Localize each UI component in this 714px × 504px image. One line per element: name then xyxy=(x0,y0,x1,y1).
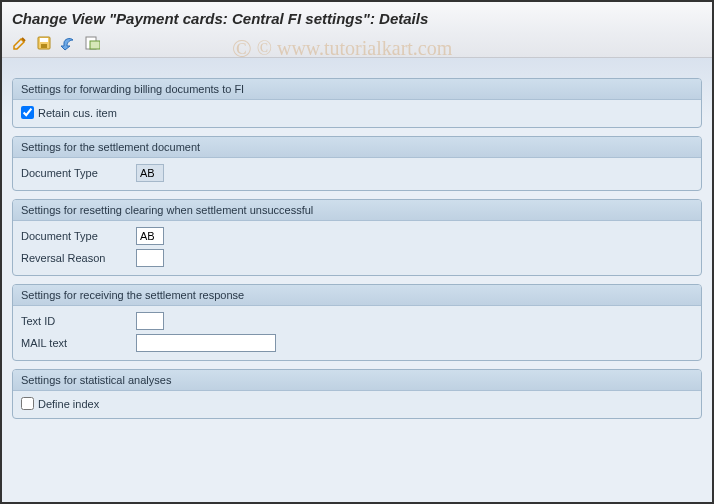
back-icon[interactable] xyxy=(58,33,78,53)
group-settlement-doc: Settings for the settlement document Doc… xyxy=(12,136,702,191)
text-id-label: Text ID xyxy=(21,315,136,327)
reversal-reason-label: Reversal Reason xyxy=(21,252,136,264)
group-reset-clearing: Settings for resetting clearing when set… xyxy=(12,199,702,276)
group-settlement-response: Settings for receiving the settlement re… xyxy=(12,284,702,361)
group-header: Settings for forwarding billing document… xyxy=(13,79,701,100)
group-header: Settings for receiving the settlement re… xyxy=(13,285,701,306)
define-index-label: Define index xyxy=(38,398,99,410)
group-statistical: Settings for statistical analyses Define… xyxy=(12,369,702,419)
define-index-checkbox[interactable] xyxy=(21,397,34,410)
doctype-field[interactable] xyxy=(136,164,164,182)
retain-cus-item-checkbox[interactable] xyxy=(21,106,34,119)
svg-rect-2 xyxy=(41,44,47,48)
mail-text-label: MAIL text xyxy=(21,337,136,349)
text-id-field[interactable] xyxy=(136,312,164,330)
window-title: Change View "Payment cards: Central FI s… xyxy=(2,2,712,31)
reversal-reason-field[interactable] xyxy=(136,249,164,267)
group-header: Settings for resetting clearing when set… xyxy=(13,200,701,221)
toolbar xyxy=(2,31,712,58)
mail-text-field[interactable] xyxy=(136,334,276,352)
svg-rect-4 xyxy=(90,41,100,49)
group-forwarding: Settings for forwarding billing document… xyxy=(12,78,702,128)
svg-rect-1 xyxy=(40,38,48,42)
change-icon[interactable] xyxy=(82,33,102,53)
doctype-label: Document Type xyxy=(21,230,136,242)
doctype-label: Document Type xyxy=(21,167,136,179)
save-icon[interactable] xyxy=(34,33,54,53)
retain-cus-item-label: Retain cus. item xyxy=(38,107,117,119)
group-header: Settings for statistical analyses xyxy=(13,370,701,391)
edit-icon[interactable] xyxy=(10,33,30,53)
group-header: Settings for the settlement document xyxy=(13,137,701,158)
content-area: Settings for forwarding billing document… xyxy=(2,58,712,503)
doctype-field[interactable] xyxy=(136,227,164,245)
